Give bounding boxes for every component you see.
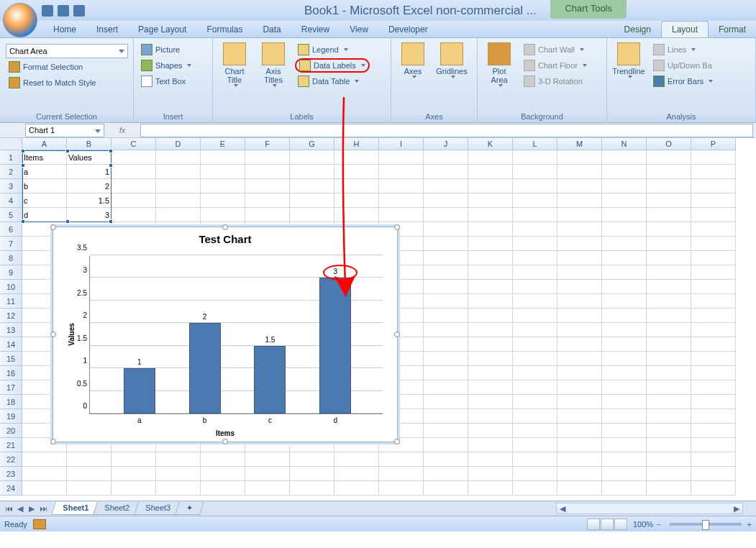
row-header[interactable]: 21 (0, 438, 22, 452)
cell[interactable] (513, 265, 557, 280)
cell[interactable]: Items (22, 150, 67, 165)
cell[interactable] (513, 352, 557, 366)
row-header[interactable]: 6 (0, 222, 22, 237)
row-header[interactable]: 18 (0, 395, 22, 409)
cell[interactable] (513, 280, 557, 294)
column-header[interactable]: A (22, 138, 67, 150)
cell[interactable] (602, 165, 647, 179)
cell[interactable] (468, 481, 513, 496)
cell[interactable] (647, 366, 691, 380)
cell[interactable] (424, 179, 468, 193)
cell[interactable] (557, 323, 602, 337)
cell[interactable]: b (22, 179, 67, 193)
cell[interactable] (647, 251, 691, 265)
cell[interactable] (468, 237, 513, 251)
row-header[interactable]: 8 (0, 251, 22, 265)
cell[interactable] (468, 193, 513, 208)
cell[interactable] (647, 193, 691, 208)
name-box[interactable]: Chart 1 (25, 124, 104, 137)
cell[interactable] (379, 150, 424, 165)
column-header[interactable]: F (245, 138, 290, 150)
cell[interactable] (468, 323, 513, 337)
tab-review[interactable]: Review (291, 22, 340, 37)
cell[interactable] (245, 150, 290, 165)
cell[interactable] (201, 467, 245, 481)
chart-title[interactable]: Test Chart (53, 227, 397, 251)
cell[interactable] (602, 208, 647, 222)
cell[interactable] (201, 179, 245, 193)
cell[interactable] (647, 467, 691, 481)
cell[interactable] (647, 352, 691, 366)
cell[interactable] (424, 395, 468, 409)
row-header[interactable]: 3 (0, 179, 22, 193)
cell[interactable] (424, 208, 468, 222)
cell[interactable] (111, 150, 156, 165)
cell[interactable] (67, 467, 111, 481)
cell[interactable] (691, 467, 736, 481)
cell[interactable] (691, 352, 736, 366)
cell[interactable] (111, 208, 156, 222)
cell[interactable] (201, 208, 245, 222)
cell[interactable] (513, 222, 557, 237)
cell[interactable] (647, 337, 691, 352)
row-header[interactable]: 22 (0, 452, 22, 467)
row-header[interactable]: 14 (0, 337, 22, 352)
cell[interactable] (290, 179, 334, 193)
cell[interactable] (602, 409, 647, 424)
row-header[interactable]: 19 (0, 409, 22, 424)
cell[interactable] (245, 179, 290, 193)
cell[interactable] (557, 150, 602, 165)
zoom-in-icon[interactable]: + (747, 520, 752, 529)
row-header[interactable]: 7 (0, 237, 22, 251)
picture-button[interactable]: Picture (138, 42, 194, 57)
cell[interactable] (156, 208, 201, 222)
cell[interactable] (290, 452, 334, 467)
row-header[interactable]: 17 (0, 380, 22, 395)
cell[interactable] (468, 150, 513, 165)
row-header[interactable]: 4 (0, 193, 22, 208)
tab-developer[interactable]: Developer (378, 22, 438, 37)
column-header[interactable]: D (156, 138, 201, 150)
cell[interactable] (513, 294, 557, 309)
axis-titles-button[interactable]: Axis Titles (255, 41, 292, 88)
plot-area-button[interactable]: Plot Area (481, 41, 518, 88)
embedded-chart[interactable]: Test Chart Values 00.511.522.533.51a2b1.… (53, 227, 398, 442)
cell[interactable] (557, 237, 602, 251)
cell[interactable] (691, 222, 736, 237)
data-table-button[interactable]: Data Table (295, 74, 370, 88)
chart-bar[interactable]: 2 (189, 323, 221, 414)
data-labels-button[interactable]: Data Labels (295, 58, 370, 73)
cell[interactable] (691, 251, 736, 265)
cell[interactable] (111, 179, 156, 193)
cell[interactable] (513, 309, 557, 323)
cell[interactable] (557, 165, 602, 179)
cell[interactable] (22, 467, 67, 481)
cell[interactable] (424, 165, 468, 179)
chart-element-selector[interactable]: Chart Area (6, 44, 128, 58)
row-header[interactable]: 10 (0, 280, 22, 294)
cell[interactable] (290, 193, 334, 208)
cell[interactable] (424, 481, 468, 496)
column-header[interactable]: L (513, 138, 557, 150)
cell[interactable] (647, 294, 691, 309)
cell[interactable] (602, 481, 647, 496)
next-sheet-icon[interactable]: ▶ (26, 503, 37, 514)
cell[interactable] (201, 452, 245, 467)
column-header[interactable]: O (647, 138, 691, 150)
cell[interactable] (647, 424, 691, 438)
cell[interactable] (602, 309, 647, 323)
cell[interactable] (602, 251, 647, 265)
cell[interactable] (468, 467, 513, 481)
cell[interactable] (647, 481, 691, 496)
cell[interactable] (156, 467, 201, 481)
cell[interactable] (379, 481, 424, 496)
tab-format[interactable]: Format (709, 22, 756, 37)
first-sheet-icon[interactable]: ⏮ (3, 503, 14, 514)
zoom-slider[interactable] (670, 523, 742, 526)
cell[interactable] (156, 165, 201, 179)
cell[interactable] (468, 179, 513, 193)
cell[interactable] (513, 150, 557, 165)
zoom-level[interactable]: 100% (633, 520, 653, 529)
cell[interactable] (379, 208, 424, 222)
cell[interactable] (513, 467, 557, 481)
